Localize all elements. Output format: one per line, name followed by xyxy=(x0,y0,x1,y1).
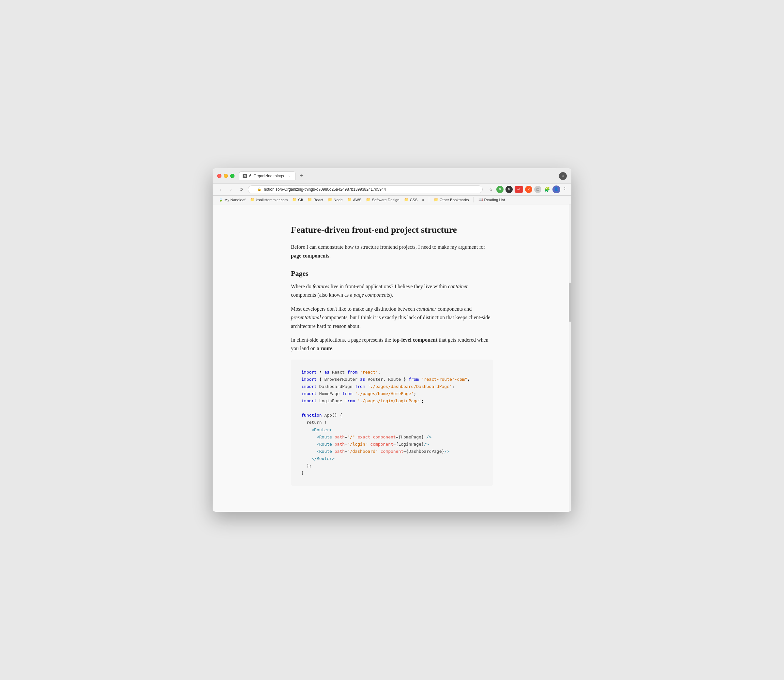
content-area: Feature-driven front-end project structu… xyxy=(213,205,571,512)
code-line-2: import { BrowserRouter as Router, Route … xyxy=(301,376,483,383)
tab-title: 6. Organizing things xyxy=(249,174,284,178)
extensions-button[interactable]: 🧩 xyxy=(543,186,551,193)
bookmark-git[interactable]: 📁 Git xyxy=(290,197,305,202)
code-line-13: </Router> xyxy=(301,455,483,462)
notion-extension-icon[interactable]: N xyxy=(505,186,513,193)
bookmark-css[interactable]: 📁 CSS xyxy=(402,197,420,202)
k-extension-icon[interactable]: K xyxy=(525,186,532,193)
css-bookmark-icon: 📁 xyxy=(404,198,409,202)
window-control-icon: ⊕ xyxy=(559,172,567,180)
scrollbar-thumb[interactable] xyxy=(569,283,571,322)
forward-button[interactable]: › xyxy=(227,186,235,193)
reading-list[interactable]: 📖 Reading List xyxy=(476,197,507,202)
traffic-lights xyxy=(217,174,235,178)
code-block: import * as React from 'react'; import {… xyxy=(291,360,493,486)
tab-favicon: N xyxy=(243,174,247,178)
git-bookmark-icon: 📁 xyxy=(292,198,297,202)
code-line-1: import * as React from 'react'; xyxy=(301,369,483,376)
new-tab-button[interactable]: + xyxy=(297,172,306,181)
intro-paragraph: Before I can demonstrate how to structur… xyxy=(291,243,493,260)
code-content: import * as React from 'react'; import {… xyxy=(301,369,483,477)
khalil-bookmark-icon: 📁 xyxy=(250,198,255,202)
code-line-10: <Route path="/" exact component={HomePag… xyxy=(301,434,483,441)
bookmark-nanoleaf[interactable]: 🍃 My Nanoleaf xyxy=(216,197,248,202)
reading-list-icon: 📖 xyxy=(478,198,483,202)
nanoleaf-extension-icon[interactable]: N xyxy=(496,186,503,193)
code-line-8: return ( xyxy=(301,419,483,426)
article-body: Before I can demonstrate how to structur… xyxy=(291,243,493,486)
code-line-6 xyxy=(301,405,483,412)
other-bookmarks-icon: 📁 xyxy=(434,198,438,202)
lock-icon: 🔒 xyxy=(257,187,261,191)
refresh-button[interactable]: ↺ xyxy=(237,186,245,193)
pages-heading: Pages xyxy=(291,269,493,278)
node-bookmark-icon: 📁 xyxy=(328,198,332,202)
pages-para-3: In client-side applications, a page repr… xyxy=(291,336,493,353)
bookmark-react-label: React xyxy=(313,198,323,202)
container-italic-2: container xyxy=(416,306,436,312)
bookmark-software-design[interactable]: 📁 Software Design xyxy=(364,197,401,202)
address-text: notion.so/6-Organizing-things-d70980d25a… xyxy=(264,187,386,192)
bookmarks-overflow-button[interactable]: » xyxy=(420,197,426,203)
pages-para-1: Where do features live in front-end appl… xyxy=(291,282,493,299)
page-components-italic: page components xyxy=(353,292,390,298)
active-tab[interactable]: N 6. Organizing things × xyxy=(239,172,295,180)
software-design-bookmark-icon: 📁 xyxy=(366,198,371,202)
code-line-11: <Route path="/login" component={LoginPag… xyxy=(301,441,483,448)
address-bar: ‹ › ↺ 🔒 notion.so/6-Organizing-things-d7… xyxy=(213,184,571,195)
presentational-italic: presentational xyxy=(291,315,321,320)
toolbar-icons: ☆ N N off K □ 🧩 👤 ⋮ xyxy=(487,186,568,193)
aws-bookmark-icon: 📁 xyxy=(347,198,352,202)
off-extension-icon[interactable]: off xyxy=(514,186,523,193)
react-bookmark-icon: 📁 xyxy=(308,198,312,202)
bookmark-css-label: CSS xyxy=(410,198,418,202)
container-italic-1: container xyxy=(448,283,468,289)
gray-extension-icon[interactable]: □ xyxy=(534,186,541,193)
bookmark-software-design-label: Software Design xyxy=(372,198,399,202)
user-avatar[interactable]: 👤 xyxy=(552,186,560,193)
bookmark-aws[interactable]: 📁 AWS xyxy=(345,197,364,202)
code-line-7: function App() { xyxy=(301,412,483,419)
code-line-9: <Router> xyxy=(301,427,483,434)
article-title: Feature-driven front-end project structu… xyxy=(291,224,493,236)
bookmark-other[interactable]: 📁 Other Bookmarks xyxy=(432,197,471,202)
article-content: Feature-driven front-end project structu… xyxy=(281,217,503,499)
nanoleaf-bookmark-icon: 🍃 xyxy=(219,198,223,202)
code-line-3: import DashboardPage from './pages/dashb… xyxy=(301,383,483,390)
code-line-4: import HomePage from './pages/home/HomeP… xyxy=(301,390,483,397)
back-button[interactable]: ‹ xyxy=(216,186,224,193)
top-level-bold: top-level component xyxy=(392,337,437,343)
browser-menu-button[interactable]: ⋮ xyxy=(562,186,568,192)
bookmark-react[interactable]: 📁 React xyxy=(306,197,325,202)
bookmark-node-label: Node xyxy=(334,198,343,202)
features-italic: features xyxy=(313,283,330,289)
bookmark-git-label: Git xyxy=(298,198,303,202)
code-line-12: <Route path="/dashboard" component={Dash… xyxy=(301,448,483,455)
pages-para-2: Most developers don't like to make any d… xyxy=(291,305,493,331)
code-line-15: } xyxy=(301,469,483,477)
intro-bold: page components xyxy=(291,253,330,258)
address-input[interactable]: 🔒 notion.so/6-Organizing-things-d70980d2… xyxy=(248,186,483,193)
bookmarks-bar: 🍃 My Nanoleaf 📁 khalilstemmler.com 📁 Git… xyxy=(213,195,571,205)
scrollbar[interactable] xyxy=(569,205,571,512)
bookmarks-separator-2 xyxy=(473,197,474,202)
bookmark-khalil[interactable]: 📁 khalilstemmler.com xyxy=(248,197,290,202)
maximize-traffic-light[interactable] xyxy=(230,174,235,178)
code-line-5: import LoginPage from './pages/login/Log… xyxy=(301,397,483,405)
code-line-14: ); xyxy=(301,462,483,469)
route-bold: route xyxy=(320,346,332,351)
other-bookmarks-label: Other Bookmarks xyxy=(440,198,469,202)
close-traffic-light[interactable] xyxy=(217,174,221,178)
star-button[interactable]: ☆ xyxy=(487,186,494,193)
bookmark-nanoleaf-label: My Nanoleaf xyxy=(224,198,246,202)
bookmark-node[interactable]: 📁 Node xyxy=(326,197,345,202)
bookmark-khalil-label: khalilstemmler.com xyxy=(256,198,288,202)
tab-bar: N 6. Organizing things × + xyxy=(239,172,559,181)
reading-list-label: Reading List xyxy=(484,198,505,202)
title-bar: N 6. Organizing things × + ⊕ xyxy=(213,168,571,184)
minimize-traffic-light[interactable] xyxy=(224,174,228,178)
intro-text: Before I can demonstrate how to structur… xyxy=(291,244,485,250)
tab-close-button[interactable]: × xyxy=(287,174,292,178)
browser-window: N 6. Organizing things × + ⊕ ‹ › ↺ 🔒 not… xyxy=(213,168,571,512)
bookmark-aws-label: AWS xyxy=(353,198,362,202)
